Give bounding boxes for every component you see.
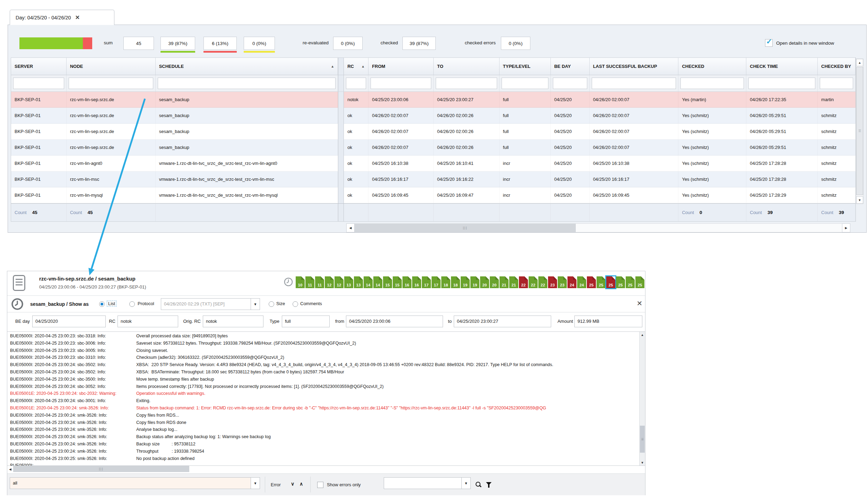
show-errors-only-checkbox[interactable]	[317, 482, 323, 488]
radio-protocol-label[interactable]: Protocol	[138, 301, 154, 306]
scroll-up-icon[interactable]: ▲	[640, 332, 645, 338]
table-horizontal-scrollbar[interactable]: ◀ ||| ▶	[346, 223, 850, 232]
day-square-15-ok[interactable]: 15	[393, 276, 402, 288]
day-square-17-ok[interactable]: 17	[422, 276, 431, 288]
hscroll-thumb[interactable]: |||	[355, 224, 576, 232]
column-header-from[interactable]: FROM	[368, 58, 434, 75]
chevron-down-icon[interactable]: ▼	[251, 478, 260, 489]
day-square-19-ok[interactable]: 19	[470, 276, 479, 288]
count-label[interactable]: Count	[70, 210, 82, 215]
column-header-checked[interactable]: CHECKED	[678, 58, 746, 75]
day-square-14-ok[interactable]: 14	[364, 276, 373, 288]
count-label[interactable]: Count	[821, 210, 833, 215]
scroll-down-icon[interactable]: ▼	[640, 460, 645, 465]
radio-list-label[interactable]: List	[107, 301, 116, 307]
day-square-22-ok[interactable]: 22	[538, 276, 547, 288]
day-square-16-ok[interactable]: 16	[402, 276, 411, 288]
search-icon[interactable]	[475, 481, 481, 488]
column-header-to[interactable]: TO	[434, 58, 500, 75]
day-square-23-error[interactable]: 23	[548, 276, 557, 288]
filter-input-from[interactable]	[371, 78, 431, 89]
next-error-icon[interactable]: ∨	[291, 481, 294, 487]
count-label[interactable]: Count	[15, 210, 27, 215]
column-header-server[interactable]: SERVER	[11, 58, 67, 75]
table-row[interactable]: BKP-SEP-01rzc-vm-lin-sep.srzc.desesam_ba…	[11, 108, 856, 124]
day-square-24-error[interactable]: 24	[567, 276, 576, 288]
day-square-22-ok[interactable]: 22	[529, 276, 538, 288]
day-square-25-ok[interactable]: 25	[597, 276, 606, 288]
filter-input-be-day[interactable]	[553, 78, 587, 89]
day-square-18-ok[interactable]: 18	[451, 276, 460, 288]
log-search-combo[interactable]: ▼	[384, 477, 471, 489]
filter-input-checked-by[interactable]	[820, 78, 853, 89]
filter-input-rc[interactable]	[346, 78, 366, 89]
log-vertical-scrollbar[interactable]: ▲ ☰ ▼	[639, 332, 645, 465]
table-row[interactable]: BKP-SEP-01rzc-vm-lin-agnt0vmware-1.rzc-d…	[11, 156, 856, 171]
day-square-13-ok[interactable]: 13	[354, 276, 363, 288]
day-square-13-ok[interactable]: 13	[344, 276, 353, 288]
filter-input-check-time[interactable]	[748, 78, 815, 89]
tab-day-range[interactable]: Day: 04/25/20 - 04/26/20 ✕	[10, 10, 114, 25]
column-header-check-time[interactable]: CHECK TIME	[746, 58, 818, 75]
day-square-24-ok[interactable]: 24	[577, 276, 586, 288]
day-square-21-ok[interactable]: 21	[509, 276, 518, 288]
chevron-down-icon[interactable]: ▼	[461, 478, 470, 489]
filter-input-checked[interactable]	[680, 78, 744, 89]
table-row[interactable]: BKP-SEP-01rzc-vm-lin-sep.srzc.desesam_ba…	[11, 92, 856, 108]
filter-input-node[interactable]	[69, 78, 153, 89]
column-header-type-level[interactable]: TYPE/LEVEL	[500, 58, 551, 75]
day-square-21-ok[interactable]: 21	[500, 276, 509, 288]
log-vscroll-thumb[interactable]: ☰	[640, 426, 645, 453]
day-square-25-error[interactable]: 25	[587, 276, 596, 288]
hscroll-track[interactable]: |||	[355, 223, 842, 232]
scroll-down-icon[interactable]: ▼	[856, 196, 863, 204]
column-header-node[interactable]: NODE	[67, 58, 156, 75]
day-square-22-error[interactable]: 22	[519, 276, 528, 288]
open-details-checkbox[interactable]: ✓	[765, 39, 773, 47]
orig-rc-field[interactable]: notok	[203, 316, 263, 327]
day-square-18-ok[interactable]: 18	[441, 276, 450, 288]
filter-input-schedule[interactable]	[158, 78, 336, 89]
radio-comments-label[interactable]: Comments	[300, 301, 322, 306]
day-square-25-ok[interactable]: 25	[626, 276, 635, 288]
radio-comments[interactable]	[293, 301, 298, 307]
from-field[interactable]: 04/25/2020 23:00:06	[346, 316, 443, 327]
tab-close-icon[interactable]: ✕	[75, 14, 80, 21]
day-square-17-ok[interactable]: 17	[432, 276, 441, 288]
scroll-up-icon[interactable]: ▲	[856, 59, 863, 66]
day-square-23-ok[interactable]: 23	[558, 276, 567, 288]
count-label[interactable]: Count	[682, 210, 694, 215]
table-row[interactable]: BKP-SEP-01rzc-vm-lin-sep.srzc.desesam_ba…	[11, 140, 856, 156]
day-square-14-ok[interactable]: 14	[373, 276, 382, 288]
day-square-16-ok[interactable]: 16	[412, 276, 421, 288]
filter-input-server[interactable]	[13, 78, 64, 89]
scroll-left-icon[interactable]: ◀	[7, 466, 13, 472]
be-day-field[interactable]: 04/25/2020	[32, 316, 106, 327]
day-square-11-ok[interactable]: 11	[315, 276, 324, 288]
day-square-15-ok[interactable]: 15	[383, 276, 392, 288]
column-header-last-successful-backup[interactable]: LAST SUCCESSFUL BACKUP	[590, 58, 679, 75]
day-square-11-ok[interactable]: 11	[305, 276, 314, 288]
table-row[interactable]: BKP-SEP-01rzc-vm-lin-mysqlvmware-1.rzc-d…	[11, 187, 856, 203]
table-row[interactable]: BKP-SEP-01rzc-vm-lin-sep.srzc.desesam_ba…	[11, 124, 856, 140]
day-square-20-ok[interactable]: 20	[480, 276, 489, 288]
rc-field[interactable]: notok	[118, 316, 178, 327]
log-filter-select[interactable]: all ▼	[10, 477, 260, 489]
table-vertical-scrollbar[interactable]: ▲ ☰ ▼	[856, 59, 863, 204]
radio-list[interactable]	[99, 301, 105, 307]
amount-field[interactable]: 912.99 MB	[574, 316, 642, 327]
column-header-checked-by[interactable]: CHECKED BY	[818, 58, 856, 75]
chevron-down-icon[interactable]: ▼	[251, 299, 260, 310]
day-square-19-ok[interactable]: 19	[461, 276, 470, 288]
radio-size[interactable]	[269, 301, 274, 307]
column-header-rc[interactable]: RC▲	[344, 58, 368, 75]
day-square-20-ok[interactable]: 20	[490, 276, 499, 288]
filter-input-type-level[interactable]	[502, 78, 548, 89]
table-row[interactable]: BKP-SEP-01rzc-vm-lin-mscvmware-1.rzc-dt-…	[11, 171, 856, 187]
column-header-schedule[interactable]: SCHEDULE▲	[156, 58, 338, 75]
column-header-be-day[interactable]: BE DAY	[551, 58, 590, 75]
vscroll-thumb[interactable]: ☰	[856, 67, 863, 195]
to-field[interactable]: 04/25/2020 23:00:27	[454, 316, 551, 327]
count-label[interactable]: Count	[750, 210, 762, 215]
radio-size-label[interactable]: Size	[276, 301, 285, 306]
